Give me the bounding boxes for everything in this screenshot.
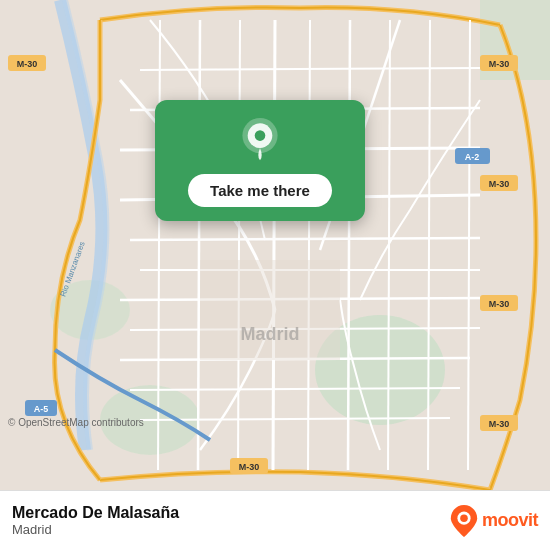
svg-text:M-30: M-30 <box>489 419 510 429</box>
svg-text:M-30: M-30 <box>489 59 510 69</box>
svg-text:M-30: M-30 <box>489 299 510 309</box>
svg-rect-43 <box>200 260 340 360</box>
moovit-logo: moovit <box>450 505 538 537</box>
attribution-text: © OpenStreetMap contributors <box>8 417 144 428</box>
location-name: Mercado De Malasaña <box>12 504 179 522</box>
svg-line-19 <box>273 20 275 470</box>
map-container: A-2 A-5 M-30 M-30 M-30 M-30 M-30 M-30 Ma… <box>0 0 550 490</box>
location-pin-icon <box>238 118 282 162</box>
take-me-there-button[interactable]: Take me there <box>188 174 332 207</box>
svg-point-46 <box>255 130 266 141</box>
svg-text:A-2: A-2 <box>465 152 480 162</box>
svg-text:M-30: M-30 <box>489 179 510 189</box>
location-info: Mercado De Malasaña Madrid <box>12 504 179 537</box>
location-city: Madrid <box>12 522 179 537</box>
svg-text:M-30: M-30 <box>239 462 260 472</box>
moovit-brand-text: moovit <box>482 510 538 531</box>
moovit-pin-icon <box>450 505 478 537</box>
svg-text:M-30: M-30 <box>17 59 38 69</box>
popup-card[interactable]: Take me there <box>155 100 365 221</box>
svg-text:A-5: A-5 <box>34 404 49 414</box>
bottom-bar: Mercado De Malasaña Madrid moovit <box>0 490 550 550</box>
svg-point-48 <box>460 514 468 522</box>
